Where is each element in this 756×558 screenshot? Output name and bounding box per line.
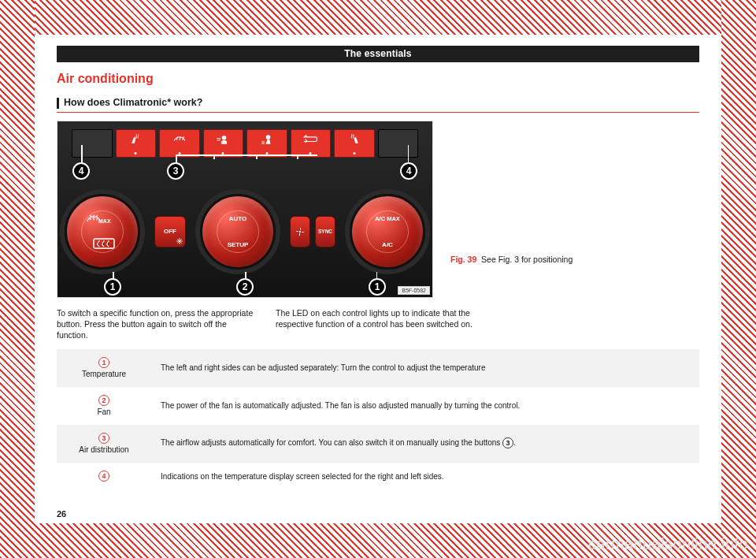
rear-defrost-icon (92, 237, 116, 250)
callout-4-right: 4 (400, 162, 417, 180)
callout-1-left: 1 (104, 278, 121, 296)
reference-table: 1 Temperature The left and right sides c… (57, 349, 699, 491)
leader-line (256, 154, 258, 159)
svg-rect-0 (94, 239, 114, 248)
callout-3: 3 (167, 162, 184, 180)
figure-row: MAX OFF AUTO SETUP (57, 121, 699, 298)
feet-airflow-icon (260, 132, 274, 147)
subheading-text: How does Climatronic* work? (64, 97, 202, 108)
subheading-bar-icon (57, 98, 59, 109)
intro-paragraphs: To switch a specific function on, press … (57, 307, 699, 341)
figure-caption: Fig. 39 See Fig. 3 for positioning (449, 121, 573, 298)
table-key-label: Air distribution (66, 445, 142, 455)
air-button-recirculate (291, 129, 332, 158)
leader-line (297, 154, 298, 159)
dial-right-ac-label: A/C (352, 241, 423, 248)
top-button-row (72, 129, 418, 158)
air-button-windscreen (159, 129, 200, 158)
seat-heat-icon (128, 132, 143, 147)
page-content: The essentials Air conditioning How does… (35, 35, 721, 523)
table-key-cell: 1 Temperature (57, 349, 151, 387)
fan-icon (295, 227, 305, 236)
table-desc-cell: The power of the fan is automatically ad… (151, 387, 699, 425)
page-heading: Air conditioning (57, 72, 699, 86)
climatronic-panel-illustration: MAX OFF AUTO SETUP (57, 121, 432, 297)
table-key-label: Temperature (66, 370, 142, 379)
sync-button-label: SYNC (318, 229, 332, 234)
figure-image-frame: MAX OFF AUTO SETUP (57, 121, 433, 298)
face-airflow-icon (216, 132, 230, 147)
defrost-max-icon (86, 212, 102, 223)
top-button-blank-right (378, 129, 419, 158)
dial-left-top-label: MAX (98, 218, 111, 224)
middle-button-column-right: SYNC (290, 216, 335, 247)
table-desc-cell: Indications on the temperature display s… (151, 463, 699, 491)
seat-heat-icon (347, 132, 361, 147)
hatched-border-right (721, 0, 756, 558)
dial-center-setup-label: SETUP (202, 241, 273, 248)
leader-line (213, 154, 215, 159)
off-button: OFF (154, 216, 186, 247)
table-row: 4 Indications on the temperature display… (57, 463, 699, 491)
table-desc-part-b: . (513, 438, 516, 447)
dial-right-acmax-label: A/C MAX (352, 215, 423, 222)
leader-line (176, 154, 317, 156)
fan-decrease-button (290, 216, 310, 247)
table-row: 3 Air distribution The airflow adjusts a… (57, 425, 699, 463)
dial-center-auto-label: AUTO (202, 215, 273, 222)
temperature-dial-left: MAX (65, 194, 140, 270)
fan-dial-center: AUTO SETUP (200, 194, 276, 270)
intro-paragraph-2: The LED on each control lights up to ind… (276, 307, 474, 341)
sync-button: SYNC (315, 216, 335, 247)
callout-ref-2-icon: 2 (98, 395, 109, 406)
windscreen-airflow-icon (172, 132, 187, 147)
snowflake-icon (176, 238, 183, 244)
figure-code-label: B5F-0582 (398, 286, 430, 295)
table-key-cell: 3 Air distribution (57, 425, 151, 463)
top-button-blank-left (72, 129, 113, 158)
callout-ref-1-icon: 1 (98, 357, 109, 368)
table-desc-part-a: The airflow adjusts automatically for co… (161, 438, 502, 447)
red-divider (57, 112, 699, 113)
page-number: 26 (57, 509, 66, 519)
figure-caption-text: See Fig. 3 for positioning (481, 255, 573, 264)
section-titlebar: The essentials (57, 46, 699, 62)
air-button-feet (246, 129, 287, 158)
callout-4-left: 4 (72, 162, 90, 180)
inline-callout-3-icon: 3 (502, 437, 513, 448)
table-key-label: Fan (66, 407, 142, 417)
callout-2: 2 (236, 278, 254, 296)
table-desc-cell: The left and right sides can be adjusted… (151, 349, 699, 387)
air-button-seat-heat (116, 129, 157, 158)
table-key-cell: 2 Fan (57, 387, 151, 425)
air-button-face (203, 129, 244, 158)
table-key-cell: 4 (57, 463, 151, 491)
temperature-dial-right: A/C MAX A/C (350, 194, 425, 270)
table-row: 1 Temperature The left and right sides c… (57, 349, 699, 387)
figure-number: Fig. 39 (450, 255, 476, 264)
table-desc-cell: The airflow adjusts automatically for co… (151, 425, 699, 463)
callout-ref-4-icon: 4 (98, 471, 109, 482)
callout-ref-3-icon: 3 (98, 433, 109, 444)
hatched-border-bottom (0, 523, 756, 558)
air-button-seat-heat-right (334, 129, 375, 158)
recirculation-icon (302, 132, 318, 145)
callout-1-right: 1 (369, 278, 386, 296)
hatched-border-top (0, 0, 756, 35)
middle-button-column-left: OFF (154, 216, 186, 247)
subheading-row: How does Climatronic* work? (57, 97, 699, 109)
hatched-border-left (0, 0, 35, 558)
table-row: 2 Fan The power of the fan is automatica… (57, 387, 699, 425)
intro-paragraph-1: To switch a specific function on, press … (57, 307, 255, 341)
off-button-label: OFF (164, 228, 176, 235)
